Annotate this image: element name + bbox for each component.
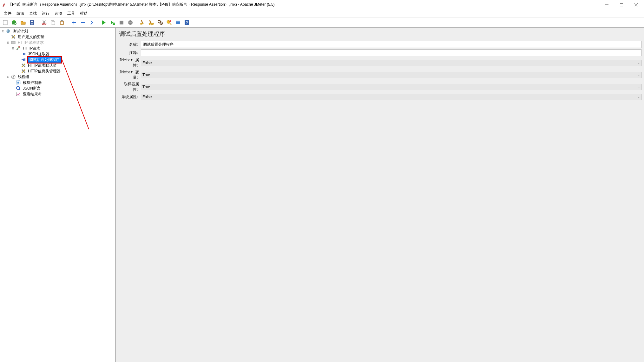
menu-options[interactable]: 选项 [52, 10, 65, 17]
copy-icon[interactable] [49, 19, 57, 26]
toggle-icon[interactable] [88, 19, 95, 26]
tree-node-http-defaults[interactable]: HTTP请求默认值 [0, 63, 115, 68]
expand-icon[interactable] [70, 19, 78, 26]
system-props-select[interactable]: False ⌄ [141, 94, 641, 100]
jmeter-app-icon [2, 3, 6, 7]
svg-line-52 [19, 89, 20, 90]
reset-search-icon[interactable] [165, 19, 173, 26]
thread-group-icon [11, 74, 16, 79]
svg-rect-10 [31, 23, 33, 24]
content-panel: 调试后置处理程序 名称: 注释: JMeter 属性: False ⌄ JMet… [116, 28, 644, 362]
svg-rect-50 [17, 82, 19, 84]
tree-node-debug-post[interactable]: 调试后置处理程序 [0, 57, 115, 63]
search-icon[interactable] [156, 19, 164, 26]
svg-text:?: ? [186, 21, 188, 24]
function-helper-icon[interactable] [174, 19, 182, 26]
svg-rect-19 [61, 22, 63, 24]
collapse-toggle-icon[interactable]: ⊟ [6, 41, 10, 44]
jmeter-vars-select[interactable]: True ⌄ [141, 72, 641, 78]
menubar: 文件 编辑 查找 运行 选项 工具 帮助 [0, 10, 644, 17]
toolbar: ? [0, 17, 644, 28]
menu-run[interactable]: 运行 [39, 10, 52, 17]
stop-icon[interactable] [118, 19, 125, 26]
tree-panel[interactable]: ⊟ 测试计划 用户定义的变量 ⊟ HTTP 采样请求 ⊟ HTTP请求 [0, 28, 116, 362]
collapse-toggle-icon[interactable]: ⊟ [6, 75, 10, 79]
menu-search[interactable]: 查找 [27, 10, 39, 17]
tree-node-view-results[interactable]: 查看结果树 [0, 91, 115, 97]
tree-node-thread-group[interactable]: ⊟ 线程组 [0, 74, 115, 80]
svg-rect-6 [13, 20, 15, 21]
menu-edit[interactable]: 编辑 [14, 10, 27, 17]
svg-rect-37 [176, 21, 180, 22]
menu-help[interactable]: 帮助 [77, 10, 90, 17]
collapse-toggle-icon[interactable]: ⊟ [11, 46, 15, 50]
tree-node-json-assertion[interactable]: JSON断言 [0, 85, 115, 91]
window-controls [600, 0, 643, 10]
svg-rect-30 [149, 20, 151, 23]
comment-input[interactable] [141, 49, 641, 56]
new-file-icon[interactable] [2, 19, 9, 26]
paste-icon[interactable] [58, 19, 66, 26]
tree-node-json-extractor[interactable]: JSON提取器 [0, 51, 115, 57]
svg-rect-24 [120, 21, 123, 24]
svg-rect-38 [176, 22, 180, 23]
select-value: True [142, 73, 150, 77]
svg-point-48 [13, 76, 14, 77]
comment-label: 注释: [119, 50, 141, 56]
http-request-icon [16, 46, 21, 51]
window-titlebar: 【P48】响应断言（Response Assertion）.jmx (D:\De… [0, 0, 644, 10]
chevron-down-icon: ⌄ [637, 73, 640, 77]
maximize-button[interactable] [614, 0, 629, 10]
tree-label: 模块控制器 [22, 80, 43, 85]
tree-node-http-sampler[interactable]: ⊟ HTTP 采样请求 [0, 40, 115, 45]
svg-point-36 [169, 20, 171, 22]
cut-icon[interactable] [40, 19, 48, 26]
tree-node-module-controller[interactable]: 模块控制器 [0, 80, 115, 85]
svg-rect-1 [620, 3, 623, 6]
minimize-button[interactable] [600, 0, 614, 10]
tree-node-http-header-mgr[interactable]: HTTP信息头管理器 [0, 68, 115, 74]
open-icon[interactable] [19, 19, 27, 26]
select-value: False [142, 95, 152, 99]
help-icon[interactable]: ? [183, 19, 191, 26]
clear-all-icon[interactable] [148, 19, 155, 26]
svg-rect-46 [24, 58, 25, 61]
select-value: True [142, 85, 150, 89]
jmeter-vars-label: JMeter 变量: [119, 70, 141, 80]
name-input[interactable] [141, 41, 641, 48]
jmeter-props-label: JMeter 属性: [119, 57, 141, 68]
clear-icon[interactable] [139, 19, 146, 26]
main-area: ⊟ 测试计划 用户定义的变量 ⊟ HTTP 采样请求 ⊟ HTTP请求 [0, 28, 644, 362]
svg-rect-26 [128, 22, 132, 23]
shutdown-icon[interactable] [127, 19, 134, 26]
close-button[interactable] [629, 0, 643, 10]
menu-tools[interactable]: 工具 [65, 10, 77, 17]
menu-file[interactable]: 文件 [1, 10, 14, 17]
tree-node-test-plan[interactable]: ⊟ 测试计划 [0, 28, 115, 34]
save-icon[interactable] [28, 19, 36, 26]
sampler-props-select[interactable]: True ⌄ [141, 84, 641, 90]
tree-label: HTTP信息头管理器 [27, 69, 61, 74]
panel-title: 调试后置处理程序 [119, 29, 641, 41]
start-no-timers-icon[interactable] [109, 19, 116, 26]
config-icon [11, 34, 16, 39]
collapse-icon[interactable] [79, 19, 87, 26]
jmeter-props-select[interactable]: False ⌄ [141, 60, 641, 66]
tree-node-user-vars[interactable]: 用户定义的变量 [0, 34, 115, 40]
tree-label: HTTP 采样请求 [17, 40, 44, 45]
tree-label: 线程组 [17, 74, 30, 80]
sampler-disabled-icon [11, 40, 16, 45]
tree-node-http-request[interactable]: ⊟ HTTP请求 [0, 45, 115, 51]
listener-icon [16, 91, 21, 97]
svg-rect-27 [140, 22, 144, 25]
template-icon[interactable] [10, 19, 18, 26]
postprocessor-icon [21, 57, 26, 62]
tree-label: 用户定义的变量 [17, 34, 45, 40]
tree-label: HTTP请求默认值 [27, 63, 57, 68]
svg-rect-45 [24, 53, 25, 55]
assertion-icon [16, 86, 21, 91]
collapse-toggle-icon[interactable]: ⊟ [1, 29, 5, 33]
select-value: False [142, 61, 152, 65]
svg-line-13 [43, 20, 45, 23]
start-icon[interactable] [100, 19, 108, 26]
